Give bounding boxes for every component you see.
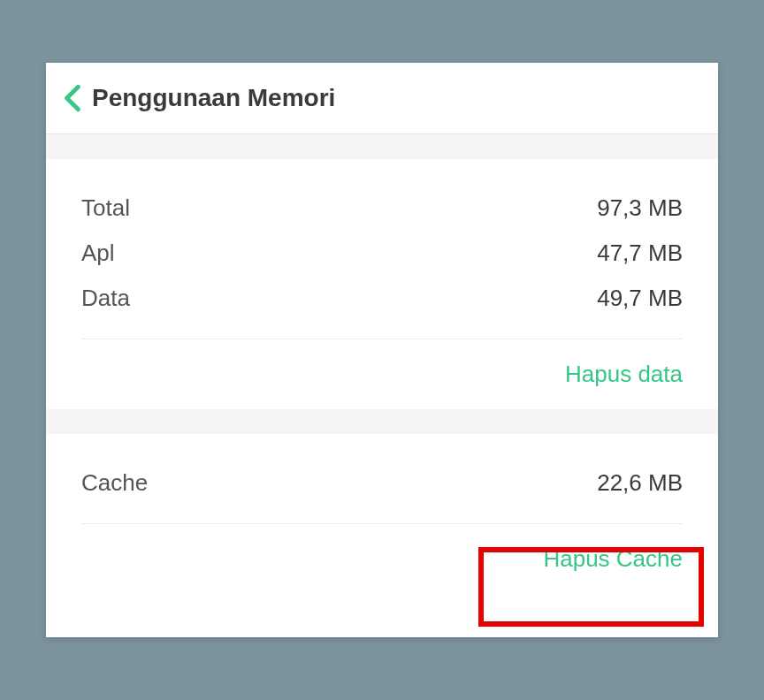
storage-value: 97,3 MB [597, 194, 683, 222]
memory-usage-panel: Penggunaan Memori Total 97,3 MB Apl 47,7… [46, 63, 718, 637]
page-title: Penggunaan Memori [92, 84, 335, 112]
back-icon[interactable] [64, 84, 81, 112]
storage-row-app: Apl 47,7 MB [81, 231, 683, 276]
storage-row-total: Total 97,3 MB [81, 186, 683, 231]
storage-value: 47,7 MB [597, 240, 683, 267]
storage-section: Total 97,3 MB Apl 47,7 MB Data 49,7 MB H… [46, 159, 718, 409]
storage-value: 49,7 MB [597, 285, 683, 312]
cache-section: Cache 22,6 MB Hapus Cache [46, 434, 718, 637]
action-row: Hapus Cache [81, 524, 683, 594]
storage-label: Apl [81, 240, 115, 267]
storage-label: Total [81, 194, 130, 222]
storage-label: Data [81, 285, 130, 312]
cache-value: 22,6 MB [597, 469, 683, 497]
section-divider [46, 409, 718, 434]
action-row: Hapus data [81, 339, 683, 409]
cache-label: Cache [81, 469, 148, 497]
clear-data-button[interactable]: Hapus data [565, 361, 683, 388]
cache-row: Cache 22,6 MB [81, 460, 683, 506]
header: Penggunaan Memori [46, 63, 718, 134]
clear-cache-button[interactable]: Hapus Cache [543, 545, 683, 573]
storage-row-data: Data 49,7 MB [81, 276, 683, 321]
section-divider [46, 134, 718, 159]
